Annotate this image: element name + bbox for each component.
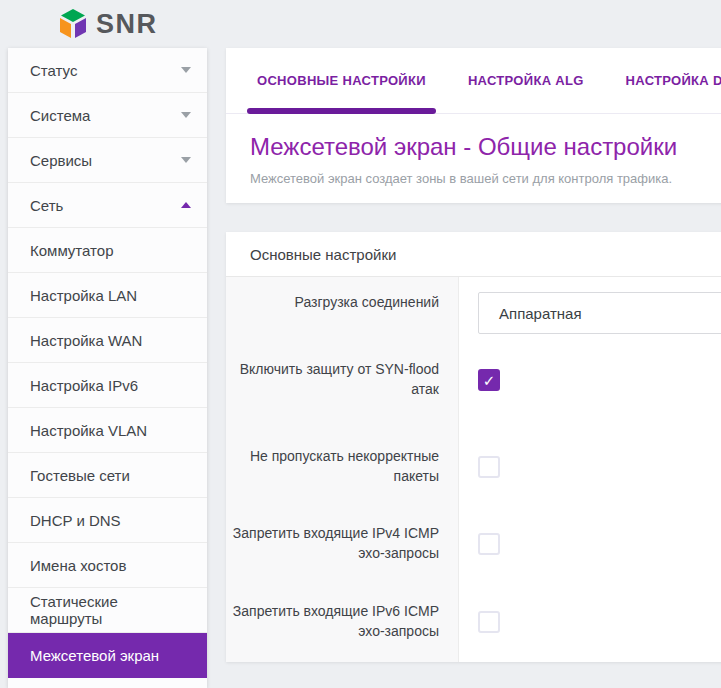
tab-label: НАСТРОЙКА DMZ [626, 73, 721, 88]
row-label: Разгрузка соединений [295, 277, 439, 349]
sidebar-item-label: Система [30, 107, 181, 124]
row-control-col: Аппаратная [459, 277, 721, 349]
tab-alg-settings[interactable]: НАСТРОЙКА ALG [458, 48, 594, 113]
sidebar-item-label: Имена хостов [30, 557, 191, 574]
row-label-col: Включить защиту от SYN-flood атак [226, 349, 459, 436]
page-subtitle: Межсетевой экран создает зоны в вашей се… [250, 171, 721, 187]
sidebar-item-system[interactable]: Система [8, 93, 207, 138]
select-value: Аппаратная [499, 305, 582, 322]
logo-text: SNR [96, 9, 158, 40]
snr-logo[interactable]: SNR [58, 8, 158, 40]
sidebar-item-label: DHCP и DNS [30, 512, 191, 529]
sidebar-item-services[interactable]: Сервисы [8, 138, 207, 183]
sidebar-item-label: Межсетевой экран [30, 647, 191, 664]
sidebar-item-wan-settings[interactable]: Настройка WAN [8, 318, 207, 363]
sidebar-item-label: Настройка WAN [30, 332, 191, 349]
chevron-down-icon [181, 67, 191, 73]
row-label: Не пропускать некорректные пакеты [226, 436, 439, 513]
row-block-ipv4-icmp: Запретить входящие IPv4 ICMP эхо-запросы [226, 513, 721, 591]
snr-cube-icon [58, 8, 88, 40]
page-header-card: ОСНОВНЫЕ НАСТРОЙКИ НАСТРОЙКА ALG НАСТРОЙ… [226, 48, 721, 203]
row-block-ipv6-icmp: Запретить входящие IPv6 ICMP эхо-запросы [226, 591, 721, 662]
main-content: ОСНОВНЫЕ НАСТРОЙКИ НАСТРОЙКА ALG НАСТРОЙ… [226, 48, 721, 662]
block-ipv6-icmp-checkbox[interactable] [478, 611, 500, 633]
row-label-col: Разгрузка соединений [226, 277, 459, 349]
sidebar-item-label: Сеть [30, 197, 181, 214]
sidebar-item-label: Статические маршруты [30, 593, 191, 627]
sidebar-item-label: Настройка IPv6 [30, 377, 191, 394]
chevron-down-icon [181, 157, 191, 163]
tab-general-settings[interactable]: ОСНОВНЫЕ НАСТРОЙКИ [247, 48, 436, 113]
row-label: Запретить входящие IPv4 ICMP эхо-запросы [226, 513, 439, 591]
tab-bar: ОСНОВНЫЕ НАСТРОЙКИ НАСТРОЙКА ALG НАСТРОЙ… [226, 48, 721, 114]
chevron-up-icon [181, 202, 191, 208]
sidebar-item-label: Настройка LAN [30, 287, 191, 304]
sidebar-item-switch[interactable]: Коммутатор [8, 228, 207, 273]
row-control-col [459, 513, 721, 591]
syn-flood-checkbox[interactable] [478, 369, 500, 391]
sidebar-item-dhcp-dns[interactable]: DHCP и DNS [8, 498, 207, 543]
card-title: Основные настройки [226, 232, 721, 277]
sidebar-item-guest-networks[interactable]: Гостевые сети [8, 453, 207, 498]
tab-label: НАСТРОЙКА ALG [468, 73, 584, 88]
page-title: Межсетевой экран - Общие настройки [250, 132, 721, 162]
sidebar-item-firewall[interactable]: Межсетевой экран [8, 633, 207, 678]
sidebar-item-status[interactable]: Статус [8, 48, 207, 93]
row-control-col [459, 349, 721, 436]
sidebar-item-label: Гостевые сети [30, 467, 191, 484]
row-drop-invalid-packets: Не пропускать некорректные пакеты [226, 436, 721, 513]
general-settings-card: Основные настройки Разгрузка соединений … [226, 232, 721, 662]
connection-offload-select[interactable]: Аппаратная [478, 292, 721, 334]
sidebar-item-label: Коммутатор [30, 242, 191, 259]
row-label: Включить защиту от SYN-flood атак [226, 349, 439, 436]
sidebar-item-hostnames[interactable]: Имена хостов [8, 543, 207, 588]
top-header: SNR [0, 0, 721, 48]
row-connection-offload: Разгрузка соединений Аппаратная [226, 277, 721, 349]
row-label-col: Запретить входящие IPv6 ICMP эхо-запросы [226, 591, 459, 662]
row-control-col [459, 591, 721, 662]
drop-invalid-packets-checkbox[interactable] [478, 456, 500, 478]
row-label: Запретить входящие IPv6 ICMP эхо-запросы [226, 591, 439, 662]
tab-dmz-settings[interactable]: НАСТРОЙКА DMZ [616, 48, 721, 113]
row-control-col [459, 436, 721, 513]
sidebar-item-label: Статус [30, 62, 181, 79]
sidebar-item-lan-settings[interactable]: Настройка LAN [8, 273, 207, 318]
sidebar-item-ipv6-settings[interactable]: Настройка IPv6 [8, 363, 207, 408]
sidebar-item-label: Сервисы [30, 152, 181, 169]
row-syn-flood-protection: Включить защиту от SYN-flood атак [226, 349, 721, 436]
sidebar: Статус Система Сервисы Сеть Коммутатор Н… [8, 48, 207, 688]
sidebar-item-static-routes[interactable]: Статические маршруты [8, 588, 207, 633]
sidebar-item-label: Настройка VLAN [30, 422, 191, 439]
row-label-col: Не пропускать некорректные пакеты [226, 436, 459, 513]
sidebar-item-network[interactable]: Сеть [8, 183, 207, 228]
page-title-block: Межсетевой экран - Общие настройки Межсе… [226, 114, 721, 203]
row-label-col: Запретить входящие IPv4 ICMP эхо-запросы [226, 513, 459, 591]
sidebar-item-vlan-settings[interactable]: Настройка VLAN [8, 408, 207, 453]
tab-label: ОСНОВНЫЕ НАСТРОЙКИ [257, 73, 426, 88]
block-ipv4-icmp-checkbox[interactable] [478, 533, 500, 555]
chevron-down-icon [181, 112, 191, 118]
